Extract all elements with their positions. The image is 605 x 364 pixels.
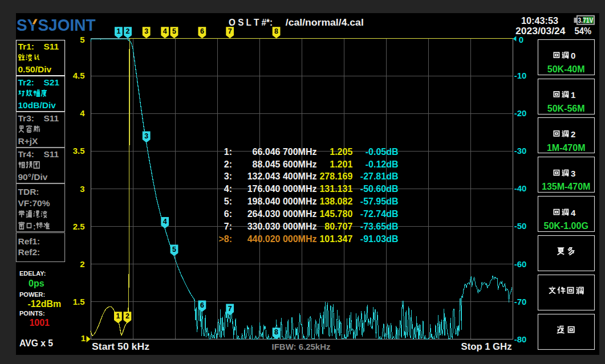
svg-text:S11: S11 bbox=[44, 42, 59, 51]
svg-text:6: 6 bbox=[200, 27, 204, 35]
svg-text:6: 6 bbox=[200, 301, 204, 309]
svg-text:Tr1:: Tr1: bbox=[18, 42, 34, 51]
svg-text:SYSJOINT: SYSJOINT bbox=[17, 15, 96, 34]
svg-text:Ref1:: Ref1: bbox=[18, 236, 40, 246]
svg-text:66.046 700MHz: 66.046 700MHz bbox=[253, 147, 317, 157]
svg-text:IFBW: 6.25kHz: IFBW: 6.25kHz bbox=[272, 342, 331, 351]
svg-text:-10: -10 bbox=[514, 71, 527, 80]
svg-text:264.030 000MHz: 264.030 000MHz bbox=[247, 209, 317, 219]
svg-text:1:: 1: bbox=[224, 147, 232, 157]
svg-text:-20: -20 bbox=[514, 108, 527, 118]
svg-text:S11: S11 bbox=[44, 149, 59, 159]
svg-text:0: 0 bbox=[571, 51, 575, 60]
svg-text:4:: 4: bbox=[224, 184, 232, 194]
svg-text:Tr2:: Tr2: bbox=[18, 77, 34, 87]
svg-text:-70: -70 bbox=[514, 297, 527, 306]
svg-text:S21: S21 bbox=[44, 77, 60, 87]
svg-text:4: 4 bbox=[163, 218, 167, 226]
svg-text:-80: -80 bbox=[514, 334, 527, 344]
svg-text:2:: 2: bbox=[224, 159, 232, 169]
svg-text:5: 5 bbox=[172, 246, 176, 253]
svg-text:101.347: 101.347 bbox=[319, 234, 352, 244]
svg-text:-50: -50 bbox=[514, 221, 527, 231]
svg-text:-30: -30 bbox=[514, 146, 527, 156]
svg-text:50K-40M: 50K-40M bbox=[547, 64, 585, 74]
svg-text:0: 0 bbox=[519, 35, 523, 44]
svg-text:1: 1 bbox=[116, 312, 120, 320]
svg-text:5: 5 bbox=[172, 27, 176, 35]
svg-text:5: 5 bbox=[80, 35, 84, 44]
svg-text:2.5: 2.5 bbox=[73, 222, 85, 231]
svg-text:-0.05dB: -0.05dB bbox=[366, 147, 399, 157]
svg-text:54%: 54% bbox=[575, 26, 592, 36]
svg-text:3.5: 3.5 bbox=[73, 146, 85, 156]
svg-text:50K-56M: 50K-56M bbox=[547, 104, 585, 113]
svg-text:80.707: 80.707 bbox=[324, 222, 352, 231]
svg-text:1.5: 1.5 bbox=[73, 297, 85, 306]
svg-text:POWER:: POWER: bbox=[19, 291, 45, 298]
svg-text:3: 3 bbox=[144, 132, 148, 140]
svg-text:-0.12dB: -0.12dB bbox=[366, 159, 399, 169]
svg-text:S11: S11 bbox=[44, 113, 59, 123]
svg-text:3: 3 bbox=[144, 27, 148, 35]
svg-text:2: 2 bbox=[80, 259, 84, 269]
svg-text:-12dBm: -12dBm bbox=[28, 299, 62, 309]
svg-text:4.5: 4.5 bbox=[73, 71, 85, 80]
svg-text:8: 8 bbox=[274, 328, 278, 336]
svg-text:O S L T #*:: O S L T #*: bbox=[229, 18, 273, 27]
svg-text:176.040 000MHz: 176.040 000MHz bbox=[247, 184, 317, 194]
svg-text:2: 2 bbox=[571, 129, 575, 139]
svg-text:8: 8 bbox=[274, 27, 278, 35]
svg-text:POINTS:: POINTS: bbox=[19, 310, 45, 317]
svg-text:132.043 400MHz: 132.043 400MHz bbox=[247, 171, 317, 181]
svg-text:Tr4:: Tr4: bbox=[18, 149, 34, 159]
svg-text:1001: 1001 bbox=[29, 318, 50, 328]
svg-text:-60: -60 bbox=[514, 259, 527, 269]
svg-text:Stop 1 GHz: Stop 1 GHz bbox=[461, 342, 512, 351]
svg-text:1: 1 bbox=[116, 27, 120, 35]
svg-text:1M-470M: 1M-470M bbox=[547, 143, 586, 153]
svg-text:-57.95dB: -57.95dB bbox=[360, 197, 399, 206]
svg-text:-40: -40 bbox=[514, 183, 527, 193]
svg-text::: : bbox=[33, 222, 36, 231]
svg-text:2: 2 bbox=[126, 27, 130, 35]
svg-text:EDELAY:: EDELAY: bbox=[19, 270, 46, 277]
svg-text:>8:: >8: bbox=[218, 234, 232, 244]
svg-text:10:43:53: 10:43:53 bbox=[521, 16, 558, 26]
svg-text:50K-1.00G: 50K-1.00G bbox=[544, 221, 588, 231]
svg-text:-91.03dB: -91.03dB bbox=[360, 234, 399, 244]
svg-text:88.045 600MHz: 88.045 600MHz bbox=[253, 159, 317, 169]
svg-text:-27.81dB: -27.81dB bbox=[360, 171, 399, 181]
svg-text:-72.74dB: -72.74dB bbox=[360, 209, 399, 219]
svg-text:0ps: 0ps bbox=[29, 279, 44, 288]
svg-text:Start 50 kHz: Start 50 kHz bbox=[92, 342, 149, 351]
svg-text:R+jX: R+jX bbox=[18, 136, 39, 146]
svg-text:1: 1 bbox=[571, 90, 575, 100]
svg-text:AVG x 5: AVG x 5 bbox=[19, 338, 53, 349]
svg-text:3: 3 bbox=[571, 169, 575, 178]
svg-text:5:: 5: bbox=[224, 197, 232, 206]
svg-text:0.50/Div: 0.50/Div bbox=[18, 64, 52, 74]
svg-text:2: 2 bbox=[125, 312, 129, 320]
svg-text:1.205: 1.205 bbox=[330, 147, 352, 157]
svg-text:145.780: 145.780 bbox=[319, 209, 352, 219]
svg-text:7:: 7: bbox=[224, 222, 232, 231]
svg-text:2023/03/24: 2023/03/24 bbox=[515, 26, 566, 36]
svg-text:/cal/normal/4.cal: /cal/normal/4.cal bbox=[286, 18, 364, 27]
svg-text:VF:70%: VF:70% bbox=[18, 198, 50, 208]
svg-text:440.020 000MHz: 440.020 000MHz bbox=[247, 234, 317, 244]
svg-text:10dB/Div: 10dB/Div bbox=[18, 100, 56, 110]
svg-text:198.040 000MHz: 198.040 000MHz bbox=[247, 197, 317, 206]
svg-text:3.71V: 3.71V bbox=[578, 17, 594, 24]
svg-text:TDR:: TDR: bbox=[18, 187, 39, 197]
svg-text:1: 1 bbox=[81, 333, 86, 343]
svg-text:7: 7 bbox=[228, 305, 232, 313]
svg-text:-50.60dB: -50.60dB bbox=[360, 184, 399, 194]
svg-text:135M-470M: 135M-470M bbox=[542, 182, 590, 191]
svg-text:1.201: 1.201 bbox=[330, 159, 352, 169]
svg-text:90°/Div: 90°/Div bbox=[18, 172, 48, 182]
svg-text:4: 4 bbox=[163, 27, 167, 35]
svg-text:3: 3 bbox=[80, 184, 84, 194]
svg-text:138.082: 138.082 bbox=[319, 197, 352, 206]
svg-text:7: 7 bbox=[228, 27, 232, 35]
